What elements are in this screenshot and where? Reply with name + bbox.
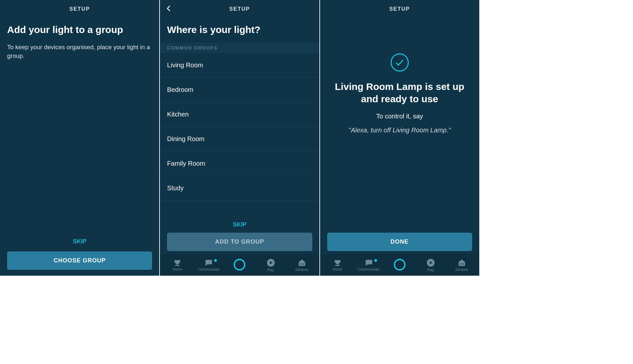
- group-item-living-room[interactable]: Living Room: [160, 53, 319, 78]
- svg-point-7: [394, 259, 405, 270]
- header: SETUP: [160, 0, 319, 18]
- page-description: To keep your devices organised, place yo…: [7, 43, 152, 61]
- tab-alexa[interactable]: [384, 258, 415, 272]
- tab-label: Play: [267, 268, 274, 272]
- skip-row: SKIP: [160, 219, 319, 233]
- devices-icon: [298, 259, 306, 267]
- speech-bubble-icon: [204, 259, 213, 266]
- svg-rect-6: [335, 265, 340, 266]
- setup-screen-3: SETUP Living Room Lamp is set up and rea…: [320, 0, 480, 276]
- alexa-ring-icon: [393, 258, 406, 271]
- tab-label: Communicate: [358, 267, 380, 271]
- tab-devices[interactable]: Devices: [446, 259, 477, 271]
- page-title: Add your light to a group: [7, 24, 152, 36]
- notification-dot-icon: [374, 259, 377, 262]
- svg-point-1: [234, 259, 245, 270]
- group-list: Living Room Bedroom Kitchen Dining Room …: [160, 53, 319, 219]
- success-title: Living Room Lamp is set up and ready to …: [327, 81, 472, 105]
- setup-screen-2: SETUP Where is your light? COMMON GROUPS…: [160, 0, 320, 276]
- play-icon: [427, 259, 435, 267]
- bottom-area: ADD TO GROUP: [160, 233, 319, 254]
- home-icon: [173, 259, 182, 266]
- header: SETUP: [320, 0, 479, 18]
- header-title: SETUP: [229, 6, 250, 12]
- chevron-left-icon: [165, 5, 173, 12]
- tab-devices[interactable]: Devices: [286, 259, 317, 271]
- svg-point-10: [460, 263, 461, 265]
- play-icon: [267, 259, 275, 267]
- tab-home[interactable]: Home: [162, 259, 193, 271]
- section-label: COMMON GROUPS: [160, 43, 319, 53]
- back-button[interactable]: [165, 5, 175, 14]
- tab-label: Home: [173, 267, 182, 271]
- content-area: Where is your light? COMMON GROUPS Livin…: [160, 18, 319, 219]
- tab-label: Devices: [295, 268, 308, 271]
- svg-point-11: [462, 263, 464, 265]
- tabbar: Home Communicate Play Devices: [320, 254, 479, 276]
- setup-screen-1: SETUP Add your light to a group To keep …: [0, 0, 160, 276]
- tab-home[interactable]: Home: [322, 259, 353, 271]
- success-quote: "Alexa, turn off Living Room Lamp.": [349, 127, 450, 134]
- group-item-family-room[interactable]: Family Room: [160, 151, 319, 176]
- group-item-bedroom[interactable]: Bedroom: [160, 78, 319, 102]
- tab-communicate[interactable]: Communicate: [193, 259, 224, 271]
- svg-point-4: [300, 263, 301, 265]
- tab-label: Devices: [455, 268, 468, 271]
- header: SETUP: [0, 0, 159, 18]
- tab-label: Communicate: [197, 267, 219, 271]
- bottom-area: DONE: [320, 229, 479, 254]
- tabbar: Home Communicate Play Devices: [160, 254, 319, 276]
- alexa-ring-icon: [233, 258, 246, 271]
- skip-button[interactable]: SKIP: [7, 234, 152, 251]
- header-title: SETUP: [389, 6, 410, 12]
- add-to-group-button[interactable]: ADD TO GROUP: [167, 233, 312, 251]
- home-icon: [333, 259, 342, 266]
- done-button[interactable]: DONE: [327, 233, 472, 251]
- svg-rect-0: [175, 265, 180, 266]
- success-body: Living Room Lamp is set up and ready to …: [320, 18, 479, 229]
- tab-label: Play: [427, 268, 434, 272]
- tab-alexa[interactable]: [224, 258, 255, 272]
- tab-play[interactable]: Play: [255, 259, 286, 272]
- content-area: Add your light to a group To keep your d…: [0, 18, 159, 230]
- tab-label: Home: [333, 267, 342, 271]
- header-title: SETUP: [69, 6, 90, 12]
- tab-play[interactable]: Play: [415, 259, 446, 272]
- group-item-kitchen[interactable]: Kitchen: [160, 102, 319, 127]
- success-subtitle: To control it, say: [376, 113, 423, 120]
- devices-icon: [458, 259, 466, 267]
- list-fade: [160, 201, 319, 219]
- checkmark-icon: [391, 53, 409, 72]
- speech-bubble-icon: [364, 259, 373, 266]
- choose-group-button[interactable]: CHOOSE GROUP: [7, 251, 152, 270]
- notification-dot-icon: [214, 259, 217, 262]
- bottom-area: SKIP CHOOSE GROUP: [0, 230, 159, 276]
- page-title: Where is your light?: [167, 24, 312, 36]
- tab-communicate[interactable]: Communicate: [353, 259, 384, 271]
- group-item-study[interactable]: Study: [160, 176, 319, 201]
- skip-button[interactable]: SKIP: [233, 221, 246, 228]
- group-item-dining-room[interactable]: Dining Room: [160, 127, 319, 151]
- svg-point-5: [303, 263, 304, 265]
